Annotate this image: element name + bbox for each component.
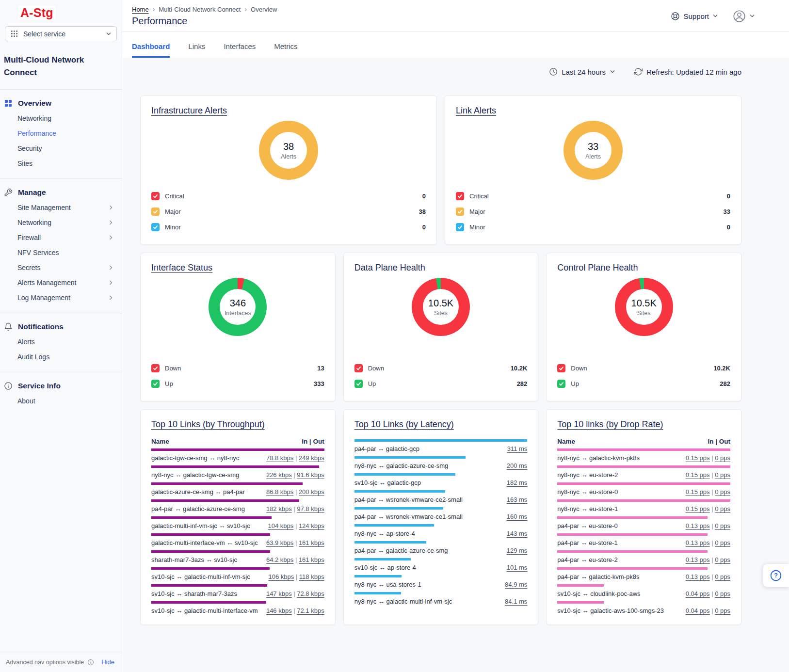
value-link[interactable]: 97.8 kbps	[297, 505, 324, 512]
value-link[interactable]: 0.13 pps	[686, 556, 710, 563]
value-link[interactable]: 0.13 pps	[686, 522, 710, 529]
value-link[interactable]: 182 ms	[507, 479, 528, 486]
value-link[interactable]: 0.04 pps	[686, 607, 710, 614]
value-link[interactable]: 0.13 pps	[686, 539, 710, 546]
value-link[interactable]: 200 ms	[507, 462, 528, 469]
value-link[interactable]: 72.8 kbps	[297, 590, 324, 597]
value-link[interactable]: 0.04 pps	[686, 590, 710, 597]
sidebar-item-alerts-management[interactable]: Alerts Management	[4, 275, 117, 290]
value-link[interactable]: 0 pps	[715, 505, 730, 512]
sidebar-item-label: Alerts Management	[17, 279, 108, 287]
value-link[interactable]: 0 pps	[715, 539, 730, 546]
top-10-links-by-latency-title[interactable]: Top 10 Links (by Latency)	[354, 419, 454, 430]
sidebar-item-sites[interactable]: Sites	[4, 156, 117, 171]
checkbox-down[interactable]	[151, 364, 160, 372]
sidebar-section-head-notifications[interactable]: Notifications	[4, 320, 117, 334]
value-link[interactable]: 86.8 kbps	[266, 488, 293, 496]
value-link[interactable]: 0 pps	[715, 556, 730, 563]
link-alerts-title[interactable]: Link Alerts	[456, 106, 496, 116]
checkbox-up[interactable]	[151, 380, 160, 388]
breadcrumb-service[interactable]: Multi-Cloud Network Connect	[159, 6, 241, 13]
checkbox-minor[interactable]	[456, 223, 464, 231]
top-10-links-by-throughput-title[interactable]: Top 10 Links (by Throughput)	[151, 419, 265, 430]
sidebar-section-head-service-info[interactable]: Service Info	[4, 379, 117, 393]
value-link[interactable]: 249 kbps	[299, 454, 324, 462]
checkbox-up[interactable]	[354, 380, 363, 388]
value-link[interactable]: 143 ms	[507, 530, 528, 537]
value-link[interactable]: 72.1 kbps	[297, 607, 324, 614]
checkbox-down[interactable]	[354, 364, 363, 372]
value-link[interactable]: 160 ms	[507, 513, 528, 520]
refresh-control[interactable]: Refresh: Updated 12 min ago	[634, 67, 741, 76]
sidebar-item-networking[interactable]: Networking	[4, 215, 117, 230]
checkbox-major[interactable]	[151, 208, 160, 216]
value-link[interactable]: 0.15 pps	[686, 471, 710, 479]
time-range-selector[interactable]: Last 24 hours	[549, 67, 615, 76]
tab-links[interactable]: Links	[188, 42, 205, 58]
value-link[interactable]: 118 kbps	[299, 573, 324, 580]
value-link[interactable]: 0 pps	[715, 573, 730, 580]
value-link[interactable]: 0 pps	[715, 590, 730, 597]
value-link[interactable]: 106 kbps	[268, 573, 294, 580]
value-link[interactable]: 84.1 ms	[505, 598, 527, 605]
sidebar-item-log-management[interactable]: Log Management	[4, 290, 117, 305]
value-link[interactable]: 0.13 pps	[686, 573, 710, 580]
value-link[interactable]: 91.6 kbps	[297, 471, 324, 479]
tab-interfaces[interactable]: Interfaces	[224, 42, 256, 58]
checkbox-critical[interactable]	[151, 192, 160, 200]
interface-status-title[interactable]: Interface Status	[151, 263, 212, 273]
sidebar-item-security[interactable]: Security	[4, 141, 117, 156]
value-link[interactable]: 0.15 pps	[686, 454, 710, 462]
value-link[interactable]: 0 pps	[715, 488, 730, 496]
sidebar-item-firewall[interactable]: Firewall	[4, 230, 117, 245]
service-selector[interactable]: Select service	[5, 26, 117, 41]
value-link[interactable]: 161 kbps	[299, 539, 324, 546]
value-link[interactable]: 124 kbps	[299, 522, 324, 529]
value-link[interactable]: 0.15 pps	[686, 505, 710, 512]
support-menu[interactable]: Support	[671, 12, 718, 21]
value-link[interactable]: 101 ms	[507, 564, 528, 571]
sidebar-item-networking[interactable]: Networking	[4, 111, 117, 126]
value-link[interactable]: 147 kbps	[266, 590, 292, 597]
value-link[interactable]: 129 ms	[507, 547, 528, 554]
tab-dashboard[interactable]: Dashboard	[132, 42, 170, 58]
checkbox-minor[interactable]	[151, 223, 160, 231]
value-link[interactable]: 0.15 pps	[686, 488, 710, 496]
sidebar-item-secrets[interactable]: Secrets	[4, 260, 117, 275]
checkbox-critical[interactable]	[456, 192, 464, 200]
sidebar-item-alerts[interactable]: Alerts	[4, 334, 117, 349]
value-link[interactable]: 311 ms	[507, 445, 528, 452]
top-10-links-by-drop-rate-title[interactable]: Top 10 links (by Drop Rate)	[557, 419, 663, 430]
tab-metrics[interactable]: Metrics	[274, 42, 297, 58]
value-link[interactable]: 200 kbps	[299, 488, 324, 496]
sidebar-section-head-overview[interactable]: Overview	[4, 96, 117, 111]
sidebar-item-site-management[interactable]: Site Management	[4, 200, 117, 215]
checkbox-up[interactable]	[557, 380, 565, 388]
value-link[interactable]: 63.9 kbps	[266, 539, 293, 546]
value-link[interactable]: 78.8 kbps	[266, 454, 293, 462]
value-link[interactable]: 182 kbps	[266, 505, 292, 512]
sidebar-item-about[interactable]: About	[4, 393, 117, 408]
value-link[interactable]: 226 kbps	[266, 471, 292, 479]
value-link[interactable]: 104 kbps	[268, 522, 294, 529]
value-link[interactable]: 64.2 kbps	[266, 556, 293, 563]
value-link[interactable]: 146 kbps	[266, 607, 292, 614]
value-link[interactable]: 161 kbps	[299, 556, 324, 563]
hide-nav-options-link[interactable]: Hide	[101, 658, 114, 666]
sidebar-item-nfv-services[interactable]: NFV Services	[4, 245, 117, 260]
value-link[interactable]: 84.9 ms	[505, 581, 527, 588]
infrastructure-alerts-title[interactable]: Infrastructure Alerts	[151, 106, 227, 116]
help-button[interactable]: ?	[763, 564, 789, 587]
value-link[interactable]: 163 ms	[507, 496, 528, 503]
value-link[interactable]: 0 pps	[715, 522, 730, 529]
value-link[interactable]: 0 pps	[715, 471, 730, 479]
breadcrumb-home[interactable]: Home	[132, 6, 149, 13]
value-link[interactable]: 0 pps	[715, 454, 730, 462]
checkbox-down[interactable]	[557, 364, 565, 372]
sidebar-section-head-manage[interactable]: Manage	[4, 185, 117, 200]
checkbox-major[interactable]	[456, 208, 464, 216]
sidebar-item-audit-logs[interactable]: Audit Logs	[4, 349, 117, 364]
value-link[interactable]: 0 pps	[715, 607, 730, 614]
user-menu[interactable]	[733, 10, 755, 23]
sidebar-item-performance[interactable]: Performance	[4, 126, 117, 141]
